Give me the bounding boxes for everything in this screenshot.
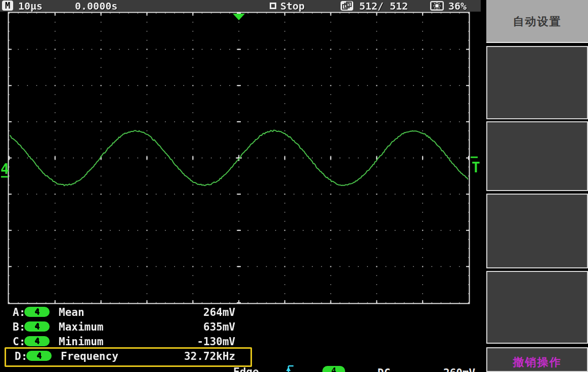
measurement-row-b: B: 4 Maximum 635mV <box>0 321 253 333</box>
measurement-label: Maximum <box>59 321 104 333</box>
trigger-level-readout: 260mV <box>443 367 475 372</box>
measurement-row-c: C: 4 Minimum -130mV <box>0 336 253 348</box>
measurement-label: Minimum <box>59 336 104 348</box>
measurement-value: -130mV <box>147 336 235 348</box>
measurement-label: Frequency <box>61 350 118 362</box>
soft-button-3[interactable] <box>486 121 588 191</box>
trigger-source-badge: 4 <box>322 366 345 372</box>
main-timebase-icon: M <box>2 1 13 11</box>
soft-button-4[interactable] <box>486 194 588 268</box>
measurement-slot: B: <box>13 321 25 333</box>
measurement-row-d: D: 4 Frequency 32.72kHz <box>0 350 253 362</box>
frames-stack-icon <box>340 1 354 11</box>
acquisition-status: Stop <box>280 0 305 12</box>
soft-button-2[interactable] <box>486 46 588 119</box>
channel-badge: 4 <box>24 321 50 332</box>
measurement-label: Mean <box>59 306 85 318</box>
brightness-readout: 36% <box>448 0 467 12</box>
brightness-icon <box>430 1 444 11</box>
horizontal-offset-readout: 0.0000s <box>75 0 117 12</box>
soft-button-5[interactable] <box>486 271 588 344</box>
oscilloscope-screen: M 10µs 0.0000s Stop 512/ 512 36% A: 4 <box>0 0 588 372</box>
measurement-slot: D: <box>15 350 27 362</box>
frames-counter: 512/ 512 <box>359 0 408 12</box>
trigger-coupling-label: DC <box>377 367 390 372</box>
measurement-value: 264mV <box>147 306 235 318</box>
auto-setup-button[interactable]: 自动设置 <box>486 0 588 43</box>
stop-square-icon <box>270 3 276 9</box>
measurement-slot: C: <box>13 336 25 348</box>
measurement-row-a: A: 4 Mean 264mV <box>0 306 253 318</box>
rising-edge-icon <box>282 364 297 372</box>
measurement-slot: A: <box>13 306 25 318</box>
channel-badge: 4 <box>24 307 50 317</box>
channel-badge: 4 <box>24 336 50 346</box>
status-bar: M 10µs 0.0000s Stop 512/ 512 36% <box>0 0 481 12</box>
timebase-readout: 10µs <box>18 0 43 12</box>
measurement-value: 635mV <box>147 321 235 333</box>
undo-button[interactable]: 撤销操作 <box>486 347 588 372</box>
waveform-display <box>0 0 481 313</box>
trigger-type-label: Edge <box>233 366 259 372</box>
channel-badge: 4 <box>26 351 52 361</box>
measurement-value: 32.72kHz <box>147 350 235 362</box>
